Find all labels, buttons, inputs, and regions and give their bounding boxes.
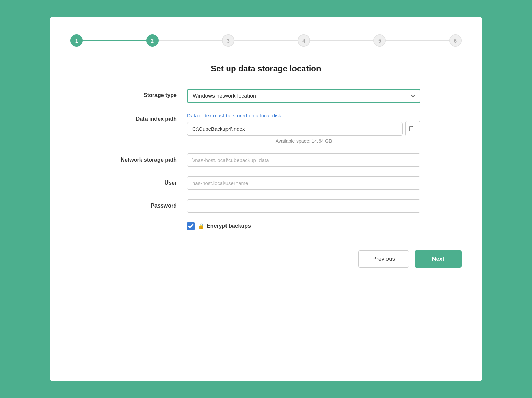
main-card: 1 2 3 4 5 6 Set up data storage location… xyxy=(50,17,482,381)
step-line-4 xyxy=(309,40,374,41)
password-row: Password xyxy=(112,199,420,213)
step-4: 4 xyxy=(298,34,310,47)
previous-button[interactable]: Previous xyxy=(358,250,409,268)
available-space: Available space: 14.64 GB xyxy=(187,138,420,144)
data-index-label: Data index path xyxy=(112,113,187,122)
step-line-1 xyxy=(82,40,147,41)
step-line-3 xyxy=(234,40,299,41)
password-wrap xyxy=(187,199,420,213)
page-title: Set up data storage location xyxy=(70,64,462,73)
stepper: 1 2 3 4 5 6 xyxy=(70,34,462,47)
browse-button[interactable] xyxy=(405,121,420,136)
step-2: 2 xyxy=(146,34,159,47)
user-row: User xyxy=(112,176,420,190)
network-storage-input[interactable] xyxy=(187,153,420,167)
user-wrap xyxy=(187,176,420,190)
data-index-row: Data index path Data index must be store… xyxy=(112,113,420,144)
step-6: 6 xyxy=(449,34,462,47)
step-3: 3 xyxy=(222,34,234,47)
step-1: 1 xyxy=(70,34,83,47)
network-storage-label: Network storage path xyxy=(112,153,187,163)
network-storage-row: Network storage path xyxy=(112,153,420,167)
data-index-wrap: Data index must be stored on a local dis… xyxy=(187,113,420,144)
data-index-info: Data index must be stored on a local dis… xyxy=(187,113,420,118)
form-section: Storage type Windows network location Lo… xyxy=(112,89,420,230)
nav-buttons: Previous Next xyxy=(70,250,462,268)
storage-type-wrap: Windows network location Local folder FT… xyxy=(187,89,420,103)
data-index-input-row xyxy=(187,121,420,136)
data-index-input[interactable] xyxy=(187,122,403,136)
folder-icon xyxy=(409,126,416,132)
password-label: Password xyxy=(112,199,187,209)
password-input[interactable] xyxy=(187,199,420,213)
lock-icon: 🔒 xyxy=(198,223,205,229)
encrypt-row: 🔒 Encrypt backups xyxy=(187,222,420,230)
encrypt-checkbox[interactable] xyxy=(187,222,195,230)
step-line-2 xyxy=(158,40,223,41)
network-storage-wrap xyxy=(187,153,420,167)
user-label: User xyxy=(112,176,187,186)
step-5: 5 xyxy=(373,34,386,47)
encrypt-label: 🔒 Encrypt backups xyxy=(198,223,251,229)
storage-type-select[interactable]: Windows network location Local folder FT… xyxy=(187,89,420,103)
storage-type-label: Storage type xyxy=(112,89,187,98)
next-button[interactable]: Next xyxy=(415,250,462,268)
step-line-5 xyxy=(385,40,450,41)
storage-type-row: Storage type Windows network location Lo… xyxy=(112,89,420,103)
user-input[interactable] xyxy=(187,176,420,190)
